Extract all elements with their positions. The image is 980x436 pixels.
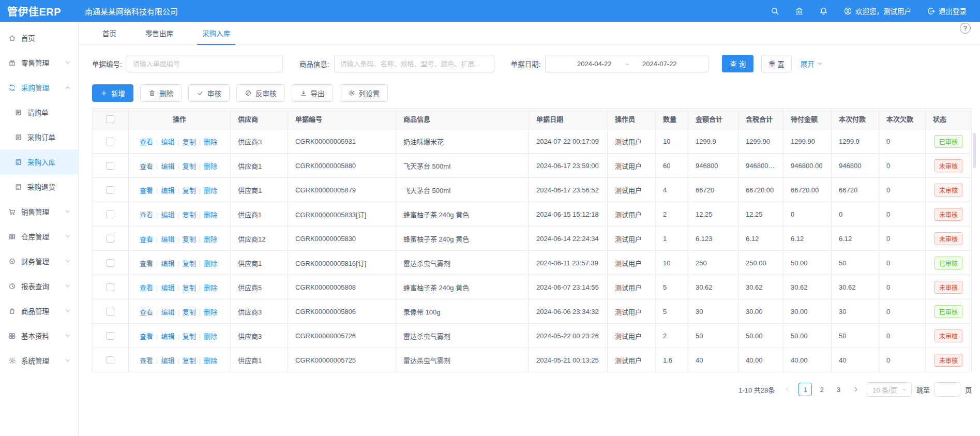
row-op-link[interactable]: 删除	[204, 308, 217, 316]
row-checkbox[interactable]	[107, 308, 114, 315]
row-checkbox[interactable]	[107, 259, 114, 267]
row-op-link[interactable]: 删除	[204, 162, 217, 170]
row-op-link[interactable]: 查看	[140, 284, 153, 292]
search-icon[interactable]	[771, 7, 779, 16]
row-op-link[interactable]: 删除	[204, 284, 217, 292]
row-op-link[interactable]: 复制	[183, 138, 196, 146]
column-header[interactable]: 操作员	[608, 109, 656, 129]
row-checkbox[interactable]	[107, 235, 114, 243]
row-op-link[interactable]: 查看	[140, 260, 153, 267]
sidebar-item[interactable]: 采购退货	[0, 174, 78, 199]
toolbar-button[interactable]: 新增	[92, 84, 133, 102]
row-op-link[interactable]: 编辑	[161, 235, 174, 243]
next-page-icon[interactable]	[850, 383, 862, 396]
column-header[interactable]: 状态	[926, 109, 972, 129]
prev-page-icon[interactable]	[781, 383, 794, 396]
row-op-link[interactable]: 复制	[183, 333, 196, 340]
page-number-button[interactable]: 1	[798, 383, 812, 396]
toolbar-button[interactable]: 列设置	[340, 84, 388, 102]
sidebar-item[interactable]: 首页	[0, 25, 78, 50]
column-header[interactable]: 单据编号	[288, 109, 396, 129]
help-icon[interactable]: ?	[960, 23, 971, 34]
row-op-link[interactable]: 复制	[183, 235, 196, 243]
date-to[interactable]: 2024-07-22	[642, 60, 677, 68]
row-op-link[interactable]: 编辑	[161, 357, 174, 365]
sidebar-item[interactable]: 系统管理	[0, 348, 78, 373]
row-op-link[interactable]: 查看	[140, 357, 153, 365]
row-op-link[interactable]: 删除	[204, 187, 217, 194]
row-op-link[interactable]: 复制	[183, 162, 196, 170]
row-checkbox[interactable]	[107, 332, 114, 340]
row-op-link[interactable]: 编辑	[161, 162, 174, 170]
sidebar-item[interactable]: 财务管理	[0, 249, 78, 274]
toolbar-button[interactable]: 反审核	[236, 84, 285, 102]
column-header[interactable]: 商品信息	[396, 109, 529, 129]
page-number-button[interactable]: 3	[832, 383, 845, 396]
logout-button[interactable]: 退出登录	[927, 6, 967, 16]
row-checkbox[interactable]	[107, 283, 114, 291]
row-checkbox[interactable]	[107, 211, 114, 218]
row-op-link[interactable]: 查看	[140, 211, 153, 219]
page-size-select[interactable]: 10 条/页	[867, 382, 912, 397]
expand-link[interactable]: 展开	[801, 58, 823, 69]
row-op-link[interactable]: 查看	[140, 333, 153, 340]
sidebar-item[interactable]: 采购入库	[0, 149, 78, 174]
row-op-link[interactable]: 查看	[140, 308, 153, 316]
reset-button[interactable]: 重 置	[761, 55, 792, 72]
row-checkbox[interactable]	[107, 186, 114, 194]
row-checkbox[interactable]	[107, 356, 114, 364]
sidebar-item[interactable]: 仓库管理	[0, 224, 78, 249]
row-op-link[interactable]: 查看	[140, 187, 153, 194]
column-header[interactable]: 待付金额	[783, 109, 832, 129]
table-scrollbar-thumb[interactable]	[973, 133, 976, 168]
row-op-link[interactable]: 复制	[183, 308, 196, 316]
date-range-picker[interactable]: 2024-04-22 ~ 2024-07-22	[545, 55, 708, 72]
toolbar-button[interactable]: 导出	[292, 84, 333, 102]
row-op-link[interactable]: 编辑	[161, 284, 174, 292]
row-op-link[interactable]: 删除	[204, 333, 217, 340]
row-op-link[interactable]: 复制	[183, 211, 196, 219]
column-header[interactable]: 单据日期	[529, 109, 608, 129]
tab[interactable]: 采购入库	[197, 22, 235, 44]
column-header[interactable]: 供应商	[231, 109, 288, 129]
column-header[interactable]: 本次欠款	[879, 109, 926, 129]
welcome-user[interactable]: 欢迎您，测试用户	[843, 6, 911, 16]
org-bank-icon[interactable]	[795, 7, 804, 16]
page-number-button[interactable]: 2	[815, 383, 828, 396]
row-op-link[interactable]: 查看	[140, 162, 153, 170]
row-op-link[interactable]: 删除	[204, 211, 217, 219]
row-op-link[interactable]: 编辑	[161, 308, 174, 316]
tab[interactable]: 首页	[97, 22, 122, 44]
row-op-link[interactable]: 删除	[204, 235, 217, 243]
row-checkbox[interactable]	[107, 138, 114, 145]
select-all-checkbox[interactable]	[107, 115, 114, 123]
product-info-input[interactable]	[334, 55, 494, 72]
row-op-link[interactable]: 复制	[183, 284, 196, 292]
row-op-link[interactable]: 编辑	[161, 211, 174, 219]
sidebar-item[interactable]: 零售管理	[0, 50, 78, 75]
column-header[interactable]: 含税合计	[738, 109, 783, 129]
tab[interactable]: 零售出库	[140, 22, 178, 44]
row-op-link[interactable]: 复制	[183, 260, 196, 267]
row-op-link[interactable]: 编辑	[161, 333, 174, 340]
sidebar-item[interactable]: 报表查询	[0, 274, 78, 298]
row-op-link[interactable]: 删除	[204, 138, 217, 146]
column-header[interactable]: 本次付款	[832, 109, 879, 129]
sidebar-item[interactable]: 销售管理	[0, 199, 78, 224]
row-op-link[interactable]: 复制	[183, 357, 196, 365]
row-op-link[interactable]: 编辑	[161, 187, 174, 194]
row-op-link[interactable]: 删除	[204, 357, 217, 365]
column-header[interactable]: 操作	[129, 109, 231, 129]
row-op-link[interactable]: 复制	[183, 187, 196, 194]
row-op-link[interactable]: 编辑	[161, 138, 174, 146]
column-header[interactable]: 金额合计	[688, 109, 738, 129]
row-op-link[interactable]: 编辑	[161, 260, 174, 267]
column-header[interactable]: 数量	[656, 109, 688, 129]
sidebar-item[interactable]: 基本资料	[0, 323, 78, 348]
date-from[interactable]: 2024-04-22	[577, 60, 612, 68]
search-button[interactable]: 查 询	[722, 55, 753, 72]
row-op-link[interactable]: 查看	[140, 138, 153, 146]
row-op-link[interactable]: 查看	[140, 235, 153, 243]
sidebar-item[interactable]: 采购管理	[0, 75, 78, 100]
row-op-link[interactable]: 删除	[204, 260, 217, 267]
